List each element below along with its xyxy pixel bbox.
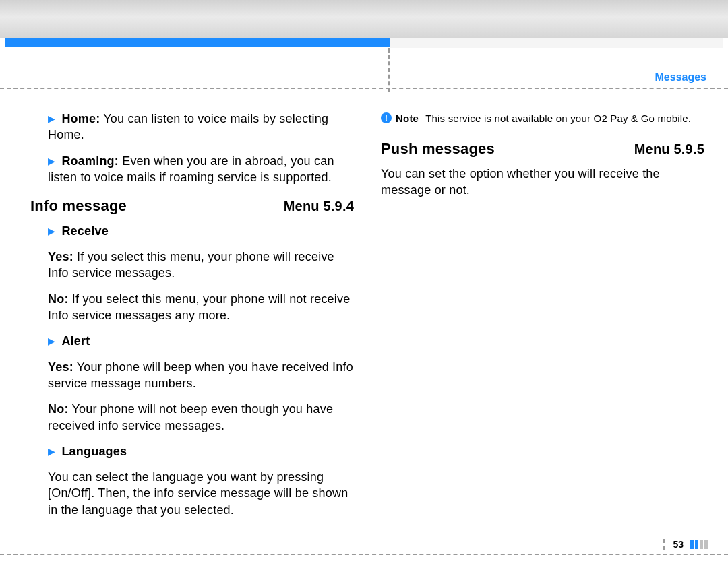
header-bar <box>5 38 723 47</box>
receive-no-text: If you select this menu, your phone will… <box>48 292 350 322</box>
triangle-icon: ▶ <box>48 335 55 348</box>
note-text: This service is not available on your O2… <box>425 112 704 125</box>
triangle-icon: ▶ <box>48 112 55 125</box>
note-label: Note <box>396 112 419 125</box>
page-number: 53 <box>673 539 684 550</box>
header-bar-grey <box>390 38 723 48</box>
footer-divider-icon <box>663 539 665 550</box>
horizontal-divider-top <box>0 88 728 89</box>
info-message-menu-ref: Menu 5.9.4 <box>284 197 354 216</box>
triangle-icon: ▶ <box>48 225 55 238</box>
receive-yes-label: Yes: <box>48 250 73 263</box>
section-label: Messages <box>655 71 707 84</box>
alert-no-text: Your phone will not beep even though you… <box>48 402 333 432</box>
signal-bars-icon <box>690 540 708 549</box>
alert-no-paragraph: No: Your phone will not beep even though… <box>30 401 354 434</box>
receive-no-paragraph: No: If you select this menu, your phone … <box>30 291 354 324</box>
receive-yes-paragraph: Yes: If you select this menu, your phone… <box>30 249 354 282</box>
page: Messages ▶ Home: You can listen to voice… <box>0 0 728 582</box>
right-column: ! Note This service is not available on … <box>381 110 704 527</box>
content-columns: ▶ Home: You can listen to voice mails by… <box>30 110 704 527</box>
alert-yes-paragraph: Yes: Your phone will beep when you have … <box>30 359 354 392</box>
alert-no-label: No: <box>48 402 69 416</box>
bullet-roaming-label: Roaming: <box>61 154 119 168</box>
horizontal-divider-bottom <box>0 554 728 555</box>
alert-subheading: ▶ Alert <box>30 333 354 349</box>
languages-paragraph: You can select the language you want by … <box>30 469 354 518</box>
bullet-roaming: ▶ Roaming: Even when you are in abroad, … <box>30 153 354 186</box>
receive-yes-text: If you select this menu, your phone will… <box>48 250 334 280</box>
header-vertical-divider <box>388 48 390 92</box>
page-footer: 53 <box>663 539 708 550</box>
info-message-heading: Info message <box>30 196 127 216</box>
push-messages-paragraph: You can set the option whether you will … <box>381 166 704 199</box>
left-column: ▶ Home: You can listen to voice mails by… <box>30 110 354 527</box>
receive-no-label: No: <box>48 292 69 306</box>
languages-subheading: ▶ Languages <box>30 443 354 459</box>
receive-subheading: ▶ Receive <box>30 223 354 239</box>
bullet-home: ▶ Home: You can listen to voice mails by… <box>30 110 354 143</box>
push-messages-heading: Push messages <box>381 139 495 159</box>
alert-yes-label: Yes: <box>48 360 73 374</box>
push-messages-menu-ref: Menu 5.9.5 <box>634 140 704 158</box>
push-messages-heading-row: Push messages Menu 5.9.5 <box>381 139 704 159</box>
languages-label: Languages <box>61 445 127 458</box>
triangle-icon: ▶ <box>48 155 55 168</box>
alert-yes-text: Your phone will beep when you have recei… <box>48 360 353 390</box>
note-row: ! Note This service is not available on … <box>381 112 704 125</box>
bullet-home-label: Home: <box>61 112 100 125</box>
header-bar-blue <box>5 38 390 47</box>
top-gradient-banner <box>0 0 728 38</box>
info-icon: ! <box>381 112 392 123</box>
receive-label: Receive <box>61 224 108 238</box>
triangle-icon: ▶ <box>48 445 55 458</box>
info-message-heading-row: Info message Menu 5.9.4 <box>30 196 354 216</box>
alert-label: Alert <box>61 334 90 348</box>
